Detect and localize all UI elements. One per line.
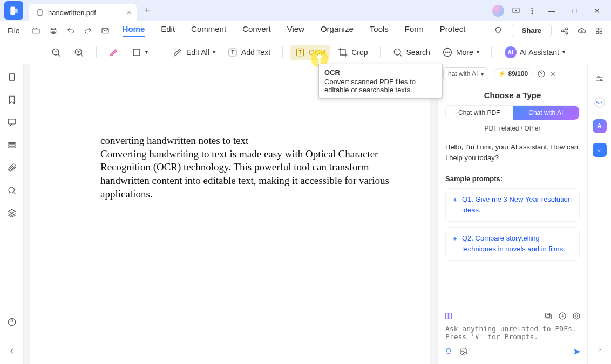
app-logo <box>4 1 23 20</box>
bookmarks-icon[interactable] <box>6 94 17 105</box>
add-text-button[interactable]: Add Text <box>223 45 275 60</box>
tab-title: handwritten.pdf <box>48 9 96 17</box>
more-button[interactable]: More▾ <box>438 45 484 60</box>
svg-rect-1 <box>13 8 17 12</box>
chat-mode-select[interactable]: hat with AI ▾ <box>443 67 488 80</box>
settings-icon[interactable] <box>572 312 581 320</box>
copy-icon[interactable] <box>544 312 553 320</box>
undo-icon[interactable] <box>66 26 75 35</box>
svg-rect-30 <box>8 119 16 124</box>
svg-rect-2 <box>38 10 42 16</box>
credits-badge[interactable]: ⚡ 89/100 <box>493 68 533 79</box>
svg-point-12 <box>561 30 564 32</box>
svg-point-43 <box>462 351 464 352</box>
grid-view-icon[interactable] <box>595 26 603 35</box>
sample-prompt-1[interactable]: ✦ Q1. Give me 3 New Year resolution idea… <box>445 188 580 222</box>
menu-form[interactable]: Form <box>405 24 424 37</box>
ai-assistant-button[interactable]: AI AI Assistant▾ <box>499 44 571 60</box>
maximize-button[interactable]: □ <box>567 6 582 15</box>
image-add-icon[interactable] <box>459 347 468 356</box>
cloud-upload-icon[interactable] <box>578 26 586 35</box>
feedback-icon[interactable] <box>512 6 520 15</box>
separator <box>491 46 492 58</box>
menu-view[interactable]: View <box>287 24 304 37</box>
new-tab-button[interactable]: + <box>144 5 150 16</box>
more-menu-icon[interactable] <box>528 6 537 15</box>
user-avatar[interactable] <box>492 5 504 17</box>
svg-marker-40 <box>574 313 580 319</box>
thumbnails-icon[interactable] <box>6 72 17 83</box>
separator <box>96 46 97 58</box>
share-link-icon[interactable] <box>560 26 569 35</box>
sliders-icon[interactable] <box>593 72 607 86</box>
expand-rail-icon[interactable] <box>593 342 607 356</box>
tab-handwritten[interactable]: handwritten.pdf × <box>29 4 137 21</box>
ai-chat-icon[interactable]: •ᴗ• <box>593 95 607 109</box>
comments-icon[interactable] <box>6 117 17 128</box>
book-icon[interactable] <box>444 312 453 320</box>
share-button[interactable]: Share <box>512 24 552 37</box>
panel-help-icon[interactable] <box>537 70 546 78</box>
menu-comment[interactable]: Comment <box>191 24 226 37</box>
edit-all-button[interactable]: Edit All▾ <box>168 45 220 60</box>
check-icon[interactable] <box>593 143 607 157</box>
menu-tools[interactable]: Tools <box>370 24 389 37</box>
svg-rect-3 <box>513 8 519 12</box>
layers-icon[interactable] <box>6 140 17 150</box>
mail-icon[interactable] <box>101 26 110 35</box>
close-window-button[interactable]: ✕ <box>589 6 605 15</box>
ai-chat-input[interactable] <box>444 324 581 342</box>
document-text: converting handwritten notes to text Con… <box>100 134 394 201</box>
menu-home[interactable]: Home <box>123 24 145 37</box>
choose-type-title: Choose a Type <box>445 91 580 100</box>
open-icon[interactable] <box>32 26 40 35</box>
help-icon[interactable] <box>6 317 17 327</box>
search-button[interactable]: Search <box>388 45 435 60</box>
svg-rect-31 <box>9 143 15 144</box>
redo-icon[interactable] <box>84 26 92 35</box>
idea-icon[interactable] <box>444 347 453 356</box>
shape-button[interactable]: ▾ <box>127 45 152 60</box>
type-tabs: Chat with PDF Chat with AI <box>445 105 580 120</box>
svg-point-28 <box>449 52 450 53</box>
zoom-out-button[interactable] <box>46 45 66 60</box>
sample-prompt-2[interactable]: ✦ Q2. Compare storytelling techniques in… <box>445 227 580 260</box>
send-button[interactable]: ➤ <box>573 346 581 358</box>
tab-chat-pdf[interactable]: Chat with PDF <box>446 106 513 120</box>
lightbulb-icon[interactable] <box>493 26 503 36</box>
menu-organize[interactable]: Organize <box>321 24 354 37</box>
attachments-icon[interactable] <box>6 162 17 173</box>
menu-protect[interactable]: Protect <box>440 24 466 37</box>
print-icon[interactable] <box>49 26 58 35</box>
svg-point-6 <box>532 10 533 11</box>
svg-rect-33 <box>9 147 15 148</box>
left-sidebar <box>0 64 24 364</box>
svg-rect-29 <box>9 73 14 81</box>
zoom-in-button[interactable] <box>69 45 89 60</box>
menu-edit[interactable]: Edit <box>161 24 175 37</box>
search-panel-icon[interactable] <box>6 185 17 196</box>
tab-chat-ai[interactable]: Chat with AI <box>513 106 580 120</box>
svg-rect-16 <box>600 28 602 30</box>
tab-close-button[interactable]: × <box>127 8 131 17</box>
close-panel-button[interactable]: ✕ <box>550 70 556 78</box>
file-menu[interactable]: File <box>0 26 28 35</box>
separator <box>160 46 160 58</box>
svg-point-26 <box>445 52 446 53</box>
svg-point-24 <box>394 49 400 55</box>
minimize-button[interactable]: — <box>544 6 559 15</box>
collapse-sidebar-icon[interactable] <box>6 346 17 356</box>
translate-icon[interactable]: A <box>593 119 607 133</box>
svg-point-13 <box>566 28 568 30</box>
svg-rect-32 <box>9 145 15 146</box>
sample-prompts-title: Sample prompts: <box>445 175 580 183</box>
highlighter-button[interactable] <box>104 45 124 60</box>
menu-convert[interactable]: Convert <box>242 24 271 37</box>
stack-icon[interactable] <box>6 208 17 218</box>
crop-button[interactable]: Crop <box>333 45 372 60</box>
document-viewport[interactable]: converting handwritten notes to text Con… <box>24 64 437 364</box>
menubar: File Home Edit Comment Convert View Orga… <box>0 21 611 40</box>
lightning-icon: ⚡ <box>498 70 506 78</box>
history-icon[interactable] <box>558 312 567 320</box>
svg-point-7 <box>532 12 533 13</box>
